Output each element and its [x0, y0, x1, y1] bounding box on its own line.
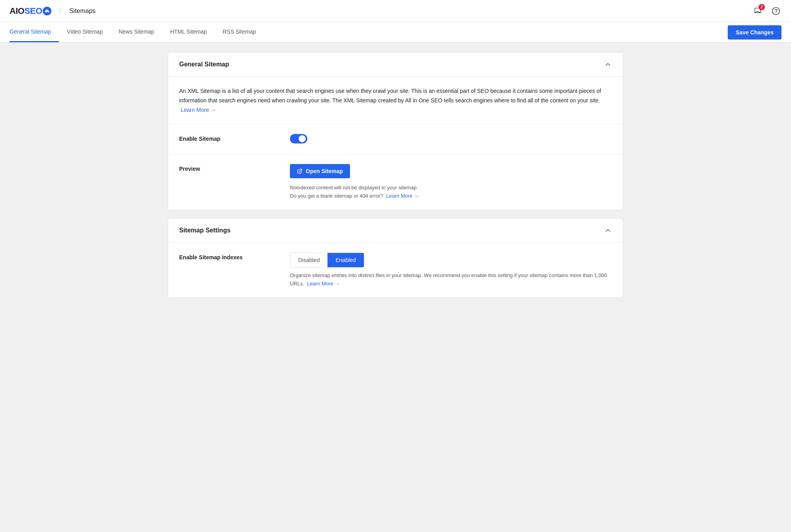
logo-seo: SEO	[25, 6, 42, 16]
header-left: AIOSEO / Sitemaps	[9, 6, 96, 16]
preview-note-2: Do you get a blank sitemap or 404 error?…	[290, 192, 612, 200]
tabs: General Sitemap Video Sitemap News Sitem…	[9, 22, 264, 42]
logo-aio: AIO	[9, 6, 25, 16]
enable-indexes-label: Enable Sitemap Indexes	[179, 253, 290, 260]
enable-sitemap-toggle[interactable]	[290, 134, 307, 143]
logo-text: AIOSEO	[9, 6, 51, 16]
notification-button[interactable]: 2	[751, 5, 764, 17]
general-sitemap-card-header: General Sitemap	[168, 53, 623, 77]
page-title: Sitemaps	[69, 8, 96, 15]
indexes-description: Organize sitemap entries into distinct f…	[290, 272, 612, 288]
enable-sitemap-control	[290, 134, 612, 145]
tab-rss-sitemap[interactable]: RSS Sitemap	[215, 22, 264, 42]
external-link-icon	[297, 168, 303, 174]
tab-html-sitemap[interactable]: HTML Sitemap	[162, 22, 215, 42]
preview-label: Preview	[179, 164, 290, 172]
general-sitemap-description-wrapper: An XML Sitemap is a list of all your con…	[168, 77, 623, 124]
tab-video-sitemap[interactable]: Video Sitemap	[59, 22, 111, 42]
logo: AIOSEO	[9, 6, 51, 16]
indexes-learn-more-link[interactable]: Learn More →	[307, 281, 340, 287]
enable-indexes-control: Disabled Enabled Organize sitemap entrie…	[290, 253, 612, 288]
sitemap-settings-card: Sitemap Settings Enable Sitemap Indexes …	[168, 218, 623, 298]
svg-line-3	[299, 169, 302, 172]
general-sitemap-description: An XML Sitemap is a list of all your con…	[179, 87, 612, 115]
sitemap-settings-title: Sitemap Settings	[179, 227, 231, 234]
header-right: 2	[751, 5, 782, 17]
tab-news-sitemap[interactable]: News Sitemap	[111, 22, 162, 42]
open-sitemap-button[interactable]: Open Sitemap	[290, 164, 350, 178]
sitemap-settings-collapse-button[interactable]	[604, 226, 612, 234]
help-button[interactable]	[770, 6, 782, 17]
main-content: General Sitemap An XML Sitemap is a list…	[158, 43, 633, 315]
sitemap-index-toggle-group: Disabled Enabled	[290, 253, 364, 268]
general-sitemap-collapse-button[interactable]	[604, 60, 612, 68]
disabled-option[interactable]: Disabled	[290, 253, 327, 267]
preview-row: Preview Open Sitemap Noindexed content w…	[168, 154, 623, 210]
general-sitemap-learn-more-link[interactable]: Learn More →	[181, 107, 216, 113]
toggle-track	[290, 134, 307, 143]
enable-indexes-row: Enable Sitemap Indexes Disabled Enabled …	[168, 243, 623, 298]
notification-badge: 2	[759, 4, 765, 10]
sitemap-settings-card-header: Sitemap Settings	[168, 219, 623, 243]
general-sitemap-title: General Sitemap	[179, 61, 229, 68]
preview-control: Open Sitemap Noindexed content will not …	[290, 164, 612, 200]
save-changes-button[interactable]: Save Changes	[728, 25, 782, 40]
tab-general-sitemap[interactable]: General Sitemap	[9, 22, 59, 42]
preview-learn-more-link[interactable]: Learn More →	[386, 193, 419, 199]
header: AIOSEO / Sitemaps 2	[0, 0, 791, 22]
open-sitemap-label: Open Sitemap	[306, 168, 343, 174]
preview-notes: Noindexed content will not be displayed …	[290, 184, 612, 200]
enable-sitemap-label: Enable Sitemap	[179, 134, 290, 142]
general-sitemap-card: General Sitemap An XML Sitemap is a list…	[168, 52, 623, 210]
breadcrumb-divider: /	[59, 6, 62, 15]
enabled-option[interactable]: Enabled	[327, 253, 363, 267]
preview-note-1: Noindexed content will not be displayed …	[290, 184, 612, 192]
tab-bar: General Sitemap Video Sitemap News Sitem…	[0, 22, 791, 43]
enable-sitemap-row: Enable Sitemap	[168, 124, 623, 154]
logo-icon	[43, 7, 51, 15]
toggle-thumb	[299, 135, 306, 142]
